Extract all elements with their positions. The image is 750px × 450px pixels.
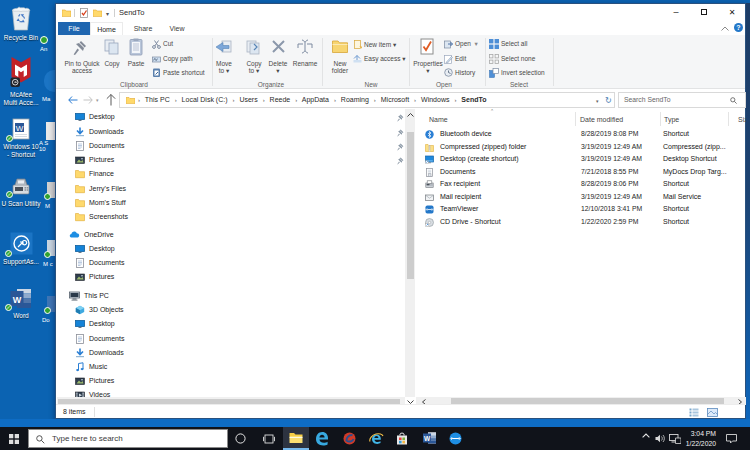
svg-text:W: W bbox=[16, 124, 24, 133]
svg-text:W: W bbox=[13, 295, 22, 305]
svg-text:W: W bbox=[424, 435, 431, 442]
